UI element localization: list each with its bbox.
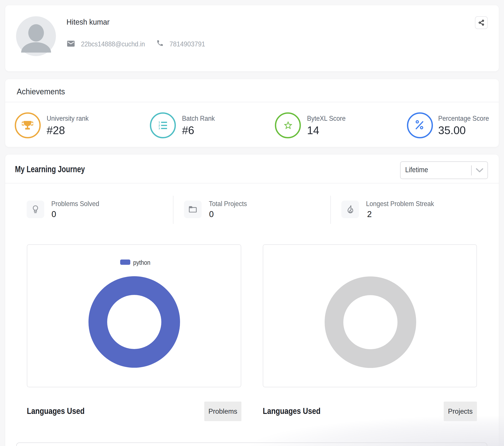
svg-text:1: 1 — [159, 121, 160, 124]
svg-text:2: 2 — [159, 124, 160, 127]
svg-text:3: 3 — [159, 127, 160, 130]
